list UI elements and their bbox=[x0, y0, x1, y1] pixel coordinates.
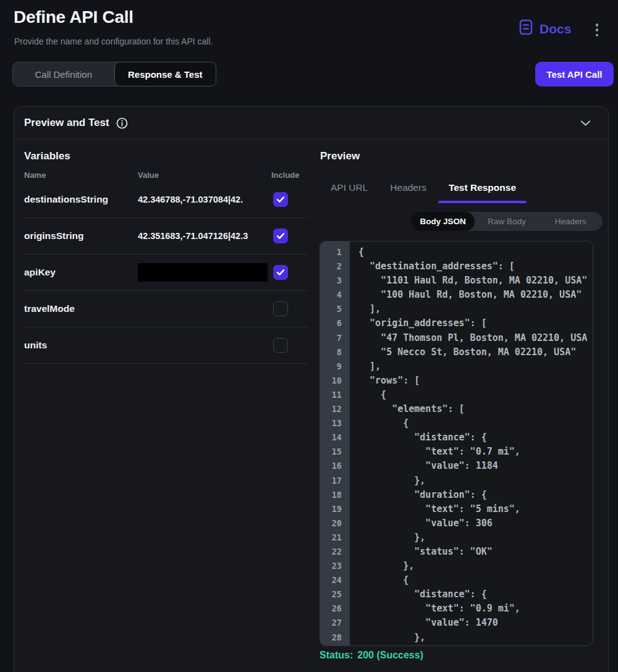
include-checkbox[interactable] bbox=[273, 265, 288, 280]
code-line: "value": 1184 bbox=[358, 459, 593, 473]
tab-label: Call Definition bbox=[35, 69, 92, 80]
docs-link[interactable]: Docs bbox=[519, 19, 571, 38]
variable-name: destinationsString bbox=[24, 194, 108, 205]
line-number: 14 bbox=[320, 430, 350, 445]
code-line: "status": "OK" bbox=[358, 545, 593, 559]
line-number: 11 bbox=[320, 388, 350, 402]
variable-row-units: units bbox=[24, 327, 308, 364]
response-body-segmented-control: Body JSONRaw BodyHeaders bbox=[411, 212, 603, 231]
column-header-value: Value bbox=[138, 170, 159, 180]
code-line: "value": 1470 bbox=[358, 616, 593, 630]
line-number: 3 bbox=[320, 274, 350, 288]
line-number: 9 bbox=[320, 359, 350, 374]
code-line: "elements": [ bbox=[358, 402, 593, 416]
page-subtitle: Provide the name and configuration for t… bbox=[14, 36, 213, 46]
column-header-name: Name bbox=[24, 170, 46, 180]
line-number: 17 bbox=[320, 474, 350, 488]
kebab-dot bbox=[596, 23, 599, 27]
line-number: 13 bbox=[320, 416, 350, 430]
preview-section: Preview API URLHeadersTest Response Body… bbox=[320, 150, 606, 193]
variable-name: apiKey bbox=[24, 267, 56, 278]
preview-tab-label: Test Response bbox=[449, 182, 516, 193]
line-number: 24 bbox=[320, 573, 350, 587]
line-number: 15 bbox=[320, 445, 350, 459]
code-line: "text": "5 mins", bbox=[358, 502, 593, 516]
code-line: "1101 Haul Rd, Boston, MA 02210, USA" bbox=[358, 274, 593, 288]
code-line: "text": "0.7 mi", bbox=[358, 445, 593, 459]
tab-label: Response & Test bbox=[128, 69, 203, 80]
variable-value: 42.351683,-71.047126|42.3 bbox=[138, 231, 269, 241]
line-number: 5 bbox=[320, 302, 350, 316]
line-number: 8 bbox=[320, 345, 350, 359]
preview-heading: Preview bbox=[320, 150, 606, 162]
variable-row-travelmode: travelMode bbox=[24, 291, 308, 327]
line-number: 19 bbox=[320, 502, 350, 516]
code-line: }, bbox=[358, 474, 593, 488]
code-pane: { "destination_addresses": [ "1101 Haul … bbox=[350, 242, 593, 645]
docs-document-icon bbox=[519, 19, 533, 38]
variables-table: destinationsString 42.346788,-71.037084|… bbox=[24, 182, 308, 364]
docs-link-label: Docs bbox=[540, 22, 571, 36]
panel-title: Preview and Test bbox=[24, 117, 109, 129]
preview-tab-label: Headers bbox=[390, 182, 426, 193]
code-line: "distance": { bbox=[358, 430, 593, 445]
body-tab-headers[interactable]: Headers bbox=[539, 212, 603, 231]
segment-label: Raw Body bbox=[488, 217, 526, 226]
code-line: { bbox=[358, 245, 593, 259]
line-number: 12 bbox=[320, 402, 350, 416]
line-number: 4 bbox=[320, 288, 350, 302]
preview-tab-headers[interactable]: Headers bbox=[390, 182, 426, 193]
include-checkbox[interactable] bbox=[273, 338, 288, 353]
code-line: "duration": { bbox=[358, 488, 593, 502]
page-title: Define API Call bbox=[14, 7, 133, 27]
line-number: 16 bbox=[320, 459, 350, 473]
define-api-call-page: Define API Call Provide the name and con… bbox=[0, 0, 618, 672]
line-number: 1 bbox=[320, 245, 350, 259]
status-row: Status: 200 (Success) bbox=[320, 650, 423, 661]
chevron-down-icon[interactable] bbox=[580, 120, 598, 127]
code-line: { bbox=[358, 416, 593, 430]
code-line: { bbox=[358, 388, 593, 402]
variable-value: 42.346788,-71.037084|42. bbox=[138, 195, 269, 204]
variables-heading: Variables bbox=[24, 150, 308, 162]
line-number: 28 bbox=[320, 631, 350, 645]
test-api-call-button[interactable]: Test API Call bbox=[535, 62, 614, 86]
tab-call-definition[interactable]: Call Definition bbox=[13, 62, 114, 86]
preview-tab-label: API URL bbox=[331, 182, 368, 193]
code-line: { bbox=[358, 573, 593, 587]
response-code-viewer[interactable]: 1234567891011121314151617181920212223242… bbox=[320, 241, 593, 646]
preview-tab-bar: API URLHeadersTest Response bbox=[331, 182, 606, 193]
preview-tab-api-url[interactable]: API URL bbox=[331, 182, 368, 193]
variable-row-destinationsstring: destinationsString 42.346788,-71.037084|… bbox=[24, 182, 308, 218]
include-checkbox[interactable] bbox=[273, 301, 288, 316]
preview-and-test-panel: Preview and Test Variables Name Value I bbox=[14, 106, 609, 672]
preview-tab-test-response[interactable]: Test Response bbox=[449, 182, 516, 193]
include-checkbox[interactable] bbox=[273, 192, 288, 207]
variable-row-originsstring: originsString 42.351683,-71.047126|42.3 bbox=[24, 218, 308, 254]
code-line: }, bbox=[358, 631, 593, 645]
line-number: 23 bbox=[320, 559, 350, 573]
variable-name: units bbox=[24, 340, 47, 351]
column-header-include: Include bbox=[271, 170, 300, 180]
include-checkbox[interactable] bbox=[273, 229, 288, 243]
status-label: Status: bbox=[320, 650, 353, 661]
code-line: ], bbox=[358, 302, 593, 316]
code-line: ], bbox=[358, 359, 593, 374]
line-number: 22 bbox=[320, 545, 350, 559]
kebab-menu-icon[interactable] bbox=[592, 22, 602, 38]
tab-response-test[interactable]: Response & Test bbox=[114, 62, 217, 86]
variables-column-headers: Name Value Include bbox=[24, 170, 308, 182]
code-line: "47 Thomson Pl, Boston, MA 02210, USA bbox=[358, 331, 593, 345]
line-number: 18 bbox=[320, 488, 350, 502]
body-tab-raw-body[interactable]: Raw Body bbox=[475, 212, 538, 231]
kebab-dot bbox=[596, 34, 599, 37]
line-number-gutter: 1234567891011121314151617181920212223242… bbox=[320, 242, 350, 645]
info-icon[interactable] bbox=[116, 117, 128, 129]
segment-label: Body JSON bbox=[420, 217, 466, 226]
code-line: "destination_addresses": [ bbox=[358, 259, 593, 274]
body-tab-body-json[interactable]: Body JSON bbox=[411, 212, 475, 231]
line-number: 10 bbox=[320, 374, 350, 388]
line-number: 25 bbox=[320, 587, 350, 602]
code-line: "100 Haul Rd, Boston, MA 02210, USA" bbox=[358, 288, 593, 302]
line-number: 21 bbox=[320, 531, 350, 545]
